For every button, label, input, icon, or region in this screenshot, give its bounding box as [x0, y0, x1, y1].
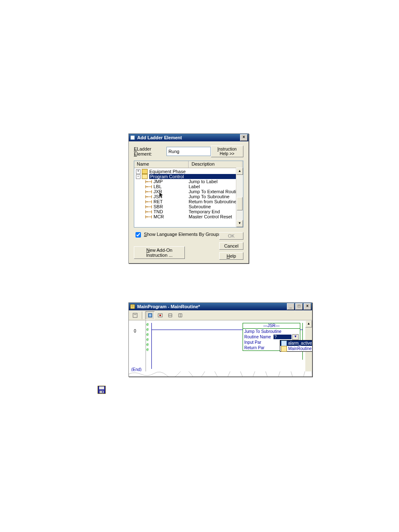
svg-rect-13	[99, 386, 104, 389]
error-marker: e	[146, 322, 149, 327]
leaf-desc: Jump To Subroutine	[189, 194, 242, 199]
ok-button[interactable]: OK	[219, 232, 243, 240]
dropdown-item-label: alarm_active	[288, 341, 312, 345]
toolbar-btn-1[interactable]	[130, 311, 140, 320]
tree-leaf-tnd[interactable]: ⊢⊣TND Temporary End	[136, 209, 242, 214]
dropdown-item-mainroutine[interactable]: MainRoutine	[280, 346, 312, 351]
cancel-button[interactable]: Cancel	[219, 242, 243, 250]
toolbar-btn-4[interactable]	[166, 311, 175, 320]
svg-rect-2	[130, 304, 135, 309]
folder-open-icon	[142, 174, 148, 179]
close-button[interactable]: ×	[304, 303, 311, 310]
leaf-code: RET	[153, 199, 163, 204]
leaf-code: TND	[153, 209, 163, 214]
instruction-icon: ⊢⊣	[145, 184, 152, 189]
titlebar[interactable]: MainProgram - MainRoutine* _ □ ×	[129, 303, 312, 310]
leaf-code: JXR	[153, 189, 162, 194]
scroll-down-icon[interactable]: ▼	[236, 220, 243, 227]
torn-edge	[129, 371, 312, 376]
maximize-button[interactable]: □	[295, 303, 303, 310]
tree-leaf-sbr[interactable]: ⊢⊣SBR Subroutine	[136, 204, 242, 209]
instruction-icon: ⊢⊣	[145, 179, 152, 184]
svg-rect-5	[133, 313, 137, 317]
tree-leaf-ret[interactable]: ⊢⊣RET Return from Subroutine	[136, 199, 242, 204]
scroll-thumb[interactable]	[237, 197, 243, 210]
leaf-desc: Subroutine	[189, 204, 242, 209]
tree-leaf-jsr[interactable]: ⊢⊣JSR Jump To Subroutine	[136, 194, 242, 199]
return-par-label: Return Par	[244, 345, 274, 350]
show-groups-label: Show Language Elements By Groups	[144, 232, 220, 237]
toolbar-btn-5[interactable]	[176, 311, 185, 320]
instruction-icon: ⊢⊣	[145, 194, 152, 199]
dialog-title: Add Ladder Element	[137, 135, 182, 140]
jsr-title: Jump To Subroutine	[244, 329, 299, 334]
error-marker: e	[146, 332, 149, 337]
dropdown-item-alarm-active[interactable]: alarm_active	[280, 340, 312, 346]
app-icon	[130, 135, 136, 141]
leaf-code: JMP	[153, 179, 163, 184]
svg-rect-8	[149, 314, 151, 317]
dropdown-icon[interactable]: ▼	[292, 334, 299, 340]
ladder-editor[interactable]: 0 (End) e e e e e e —JSR— Jump To Subrou…	[129, 320, 312, 376]
col-name[interactable]: Name	[134, 161, 189, 168]
error-marker: e	[146, 342, 149, 347]
save-icon	[97, 386, 106, 394]
toolbar-btn-2[interactable]	[146, 311, 155, 320]
minimize-button[interactable]: _	[287, 303, 294, 310]
instruction-icon: ⊢⊣	[145, 189, 152, 194]
tree-label: Equipment Phase	[149, 169, 186, 174]
window-title: MainProgram - MainRoutine*	[137, 304, 200, 309]
scrollbar[interactable]: ▲ ▼	[236, 168, 243, 227]
leaf-desc: Temporary End	[189, 209, 242, 214]
scroll-up-icon[interactable]: ▲	[236, 168, 243, 175]
dropdown-item-label: MainRoutine	[288, 346, 312, 351]
instruction-icon: ⊢⊣	[145, 215, 152, 219]
scroll-up-icon[interactable]: ▲	[305, 320, 312, 327]
error-marker: e	[146, 327, 149, 332]
ladder-element-input[interactable]	[166, 147, 211, 156]
tree-leaf-jmp[interactable]: ⊢⊣JMP Jump to Label	[136, 179, 242, 184]
col-description[interactable]: Description	[189, 161, 243, 168]
help-button[interactable]: Help	[219, 252, 243, 260]
add-ladder-element-dialog: Add Ladder Element × ELadder Element: In…	[128, 133, 249, 263]
tree-leaf-mcr[interactable]: ⊢⊣MCR Master Control Reset	[136, 214, 242, 219]
leaf-code: MCR	[153, 214, 164, 219]
tree-node-equipment-phase[interactable]: + Equipment Phase	[136, 169, 242, 174]
routine-name-value[interactable]: ?	[274, 335, 292, 339]
mainroutine-window: MainProgram - MainRoutine* _ □ × 0 (End)…	[128, 302, 312, 377]
jsr-instruction[interactable]: —JSR— Jump To Subroutine Routine Name ? …	[243, 323, 300, 351]
svg-rect-0	[130, 136, 135, 140]
error-marker: e	[146, 347, 149, 352]
collapse-icon[interactable]: −	[136, 174, 141, 179]
error-marker: e	[146, 337, 149, 342]
tree-leaf-jxr[interactable]: ⊢⊣JXR Jump To External Routine	[136, 189, 242, 194]
rung-number-0[interactable]: 0	[134, 329, 136, 333]
element-tree[interactable]: Name Description + Equipment Phase − Pro…	[134, 161, 243, 228]
instruction-icon: ⊢⊣	[145, 200, 152, 204]
toolbar	[129, 310, 312, 320]
routine-dropdown[interactable]: alarm_active MainRoutine	[280, 340, 312, 352]
routine-name-label: Routine Name	[244, 335, 274, 339]
instruction-help-button[interactable]: Instruction Help >>	[211, 146, 243, 157]
separator	[142, 312, 143, 319]
instruction-icon: ⊢⊣	[145, 210, 152, 214]
instruction-icon: ⊢⊣	[145, 205, 152, 209]
tree-node-program-control[interactable]: − Program Control	[136, 174, 242, 179]
close-button[interactable]: ×	[240, 134, 248, 141]
toolbar-btn-3[interactable]	[156, 311, 165, 320]
leaf-code: JSR	[153, 194, 162, 199]
tree-leaf-lbl[interactable]: ⊢⊣LBL Label	[136, 184, 242, 189]
new-addon-instruction-button[interactable]: New Add-On Instruction ...	[134, 246, 185, 259]
leaf-code: LBL	[153, 184, 162, 189]
routine-icon	[281, 340, 287, 346]
leaf-code: SBR	[153, 204, 163, 209]
expand-icon[interactable]: +	[136, 169, 141, 174]
leaf-desc: Label	[189, 184, 242, 189]
leaf-desc: Return from Subroutine	[189, 199, 242, 204]
leaf-desc: Jump To External Routine	[189, 189, 242, 194]
svg-rect-14	[100, 391, 104, 393]
titlebar[interactable]: Add Ladder Element ×	[129, 134, 248, 141]
leaf-desc: Master Control Reset	[189, 214, 242, 219]
input-par-label: Input Par	[244, 340, 274, 345]
show-groups-checkbox[interactable]	[136, 232, 141, 238]
